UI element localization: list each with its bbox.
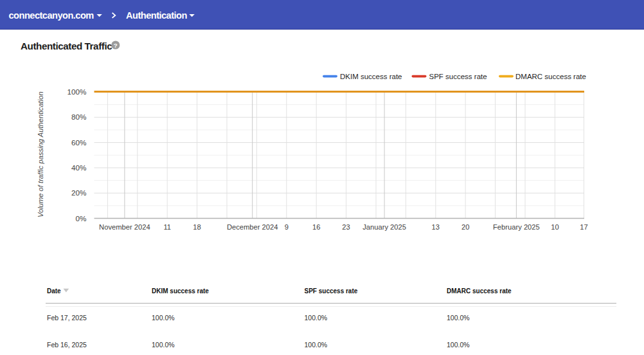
svg-text:0%: 0% xyxy=(76,214,87,223)
svg-text:18: 18 xyxy=(193,223,201,231)
svg-text:23: 23 xyxy=(342,223,350,231)
svg-text:13: 13 xyxy=(432,223,440,231)
svg-text:9: 9 xyxy=(285,223,289,231)
svg-text:January 2025: January 2025 xyxy=(362,223,406,231)
svg-text:DKIM success rate: DKIM success rate xyxy=(340,73,402,80)
svg-text:17: 17 xyxy=(580,223,587,231)
svg-text:16: 16 xyxy=(312,223,320,231)
svg-text:November 2024: November 2024 xyxy=(99,223,150,231)
svg-text:11: 11 xyxy=(163,223,171,231)
svg-text:Volume of traffic passing Auth: Volume of traffic passing Authentication xyxy=(37,91,44,217)
svg-text:80%: 80% xyxy=(71,113,86,121)
svg-text:DMARC success rate: DMARC success rate xyxy=(515,73,586,80)
svg-text:40%: 40% xyxy=(71,163,86,172)
svg-text:10: 10 xyxy=(551,223,559,231)
svg-text:February 2025: February 2025 xyxy=(493,223,540,231)
svg-text:?: ? xyxy=(114,42,118,49)
svg-text:SPF success rate: SPF success rate xyxy=(429,73,487,80)
svg-text:20: 20 xyxy=(461,223,469,231)
svg-text:100%: 100% xyxy=(67,87,87,96)
svg-text:December 2024: December 2024 xyxy=(227,223,278,231)
svg-text:60%: 60% xyxy=(71,138,86,147)
svg-text:20%: 20% xyxy=(71,188,86,197)
